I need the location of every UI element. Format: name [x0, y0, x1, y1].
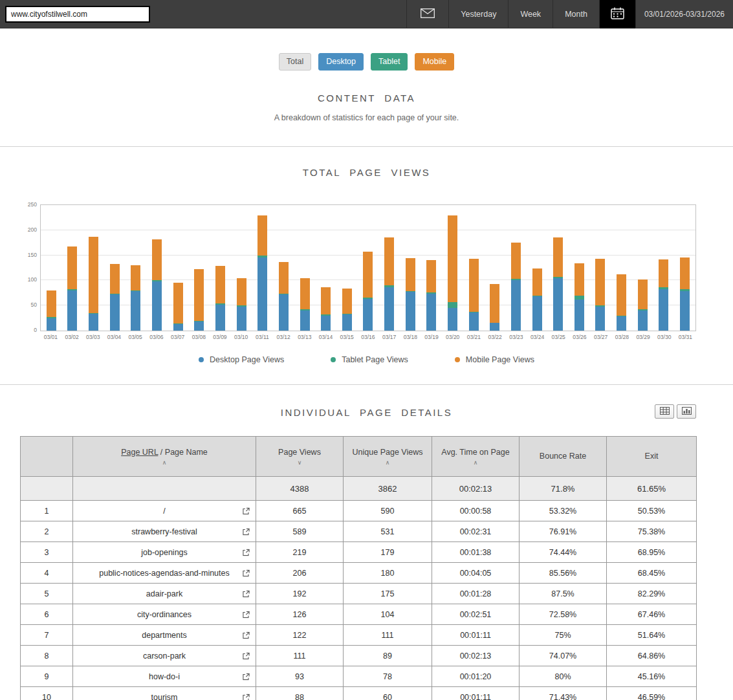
page-views: 665	[256, 501, 344, 521]
bar-segment	[511, 280, 521, 331]
bar-segment	[680, 257, 690, 290]
table-row: 3job-openings21917900:01:3874.44%68.95%	[21, 542, 697, 563]
topbar-tabs: YesterdayWeekMonth	[448, 0, 599, 28]
bar-slot	[632, 205, 653, 331]
row-rank: 6	[21, 604, 73, 625]
bar-slot	[104, 205, 126, 331]
x-tick-label: 03/17	[378, 334, 400, 340]
bar-segment	[490, 284, 499, 323]
external-link-icon[interactable]	[243, 528, 250, 535]
table-row: 7departments12211100:01:1175%51.64%	[21, 625, 697, 646]
legend-item: Mobile Page Views	[455, 355, 534, 364]
stacked-bar	[131, 205, 140, 331]
chart-legend: Desktop Page ViewsTablet Page ViewsMobil…	[0, 355, 733, 364]
chart-view-button[interactable]	[677, 404, 696, 419]
filter-button-tablet[interactable]: Tablet	[371, 53, 408, 71]
page-views: 111	[256, 646, 344, 666]
summary-page-views: 4388	[256, 477, 344, 501]
bar-segment	[406, 292, 415, 331]
sort-desc-icon: ∨	[259, 460, 340, 466]
date-range-label: 03/01/2026-03/31/2026	[635, 0, 733, 28]
bar-segment	[680, 291, 690, 331]
x-tick-label: 03/03	[82, 334, 104, 340]
external-link-icon[interactable]	[243, 611, 250, 618]
bar-segment	[406, 258, 415, 291]
exit-rate: 67.46%	[607, 604, 697, 625]
bar-segment	[426, 294, 436, 331]
bar-segment	[173, 283, 183, 324]
filter-button-desktop[interactable]: Desktop	[318, 53, 364, 71]
topbar-tab-month[interactable]: Month	[552, 0, 599, 28]
device-filter-buttons: TotalDesktopTabletMobile	[0, 53, 733, 71]
page-name: job-openings	[73, 542, 256, 563]
exit-rate: 64.86%	[607, 646, 697, 666]
bar-slot	[463, 205, 485, 331]
x-tick-label: 03/09	[210, 334, 231, 340]
bar-segment	[47, 290, 56, 317]
external-link-icon[interactable]	[243, 631, 250, 639]
bar-slot	[421, 205, 443, 331]
column-header-avg-time[interactable]: Avg. Time on Page ∧	[432, 437, 520, 477]
x-tick-label: 03/02	[61, 334, 83, 340]
section-divider-2	[0, 384, 733, 385]
external-link-icon[interactable]	[243, 507, 250, 514]
column-header-bounce-rate[interactable]: Bounce Rate	[520, 437, 607, 477]
row-rank: 4	[21, 563, 73, 584]
external-link-icon[interactable]	[243, 673, 250, 680]
external-link-icon[interactable]	[243, 590, 250, 597]
table-header-row: Page URL / Page Name ∧ Page Views ∨ Uniq…	[21, 437, 697, 477]
bounce-rate: 80%	[520, 666, 607, 687]
legend-dot-icon	[455, 357, 460, 362]
topbar-controls: YesterdayWeekMonth 03/01/2026-03/31/2026	[406, 0, 733, 28]
calendar-button[interactable]	[599, 0, 635, 28]
bar-segment	[342, 314, 352, 331]
column-header-exit[interactable]: Exit	[607, 437, 697, 477]
bar-segment	[300, 311, 310, 331]
row-rank: 5	[21, 584, 73, 604]
bar-segment	[384, 237, 394, 285]
column-header-page-views[interactable]: Page Views ∨	[256, 437, 344, 477]
stacked-bar	[194, 205, 204, 331]
x-tick-label: 03/14	[315, 334, 336, 340]
bar-slot	[590, 205, 611, 331]
mail-button[interactable]	[406, 0, 448, 28]
chart-bars	[41, 205, 695, 331]
table-row: 9how-do-i937800:01:2080%45.16%	[21, 666, 697, 687]
external-link-icon[interactable]	[243, 652, 250, 659]
legend-item: Tablet Page Views	[331, 355, 408, 364]
bar-segment	[384, 287, 394, 331]
column-header-unique-page-views[interactable]: Unique Page Views ∧	[344, 437, 432, 477]
exit-rate: 46.59%	[607, 687, 697, 700]
table-view-button[interactable]	[655, 404, 674, 419]
x-tick-label: 03/21	[463, 334, 485, 340]
external-link-icon[interactable]	[243, 569, 250, 576]
page-url-link[interactable]: Page URL	[121, 448, 158, 457]
page-name: city-ordinances	[73, 604, 256, 625]
bar-slot	[294, 205, 316, 331]
external-link-icon[interactable]	[243, 549, 250, 556]
site-url-input[interactable]	[5, 6, 150, 23]
topbar-tab-yesterday[interactable]: Yesterday	[448, 0, 508, 28]
filter-button-mobile[interactable]: Mobile	[415, 53, 454, 71]
column-header-page-url[interactable]: Page URL / Page Name ∧	[73, 437, 256, 477]
stacked-bar	[406, 205, 415, 331]
x-tick-label: 03/22	[485, 334, 506, 340]
bar-segment	[448, 308, 457, 331]
y-tick-label: 200	[14, 226, 37, 233]
stacked-bar	[448, 205, 457, 331]
bar-segment	[131, 265, 140, 290]
content-data-title: CONTENT DATA	[0, 93, 733, 104]
filter-button-total[interactable]: Total	[279, 53, 311, 71]
stacked-bar	[173, 205, 183, 331]
page-views: 219	[256, 542, 344, 563]
legend-label: Mobile Page Views	[466, 355, 534, 364]
stacked-bar	[47, 205, 56, 331]
topbar: YesterdayWeekMonth 03/01/2026-03/31/2026	[0, 0, 733, 28]
exit-rate: 68.45%	[607, 563, 697, 584]
summary-avg-time: 00:02:13	[432, 477, 520, 501]
topbar-tab-week[interactable]: Week	[508, 0, 552, 28]
page-views: 126	[256, 604, 344, 625]
page-name-label: / Page Name	[158, 448, 207, 457]
external-link-icon[interactable]	[243, 694, 250, 700]
bar-segment	[300, 278, 310, 310]
